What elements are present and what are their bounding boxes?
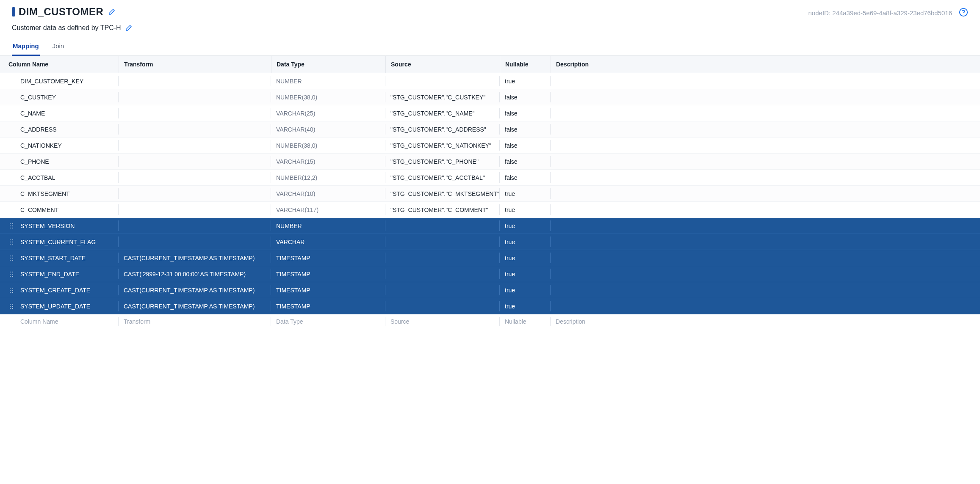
table-row[interactable]: C_ADDRESSVARCHAR(40)"STG_CUSTOMER"."C_AD…: [0, 121, 980, 138]
cell-transform[interactable]: [119, 89, 271, 105]
cell-column-name[interactable]: SYSTEM_CURRENT_FLAG: [20, 239, 96, 245]
new-row-name-placeholder[interactable]: Column Name: [20, 318, 58, 325]
new-row-source-placeholder[interactable]: Source: [390, 318, 409, 325]
cell-source[interactable]: "STG_CUSTOMER"."C_CUSTKEY": [385, 89, 500, 105]
column-header[interactable]: Nullable: [500, 56, 551, 73]
cell-column-name[interactable]: SYSTEM_END_DATE: [20, 271, 79, 278]
cell-datatype[interactable]: NUMBER: [271, 73, 385, 89]
new-row-nullable-placeholder[interactable]: Nullable: [505, 318, 526, 325]
drag-handle-icon[interactable]: [8, 271, 14, 277]
cell-transform[interactable]: [119, 186, 271, 201]
cell-source[interactable]: [385, 250, 500, 266]
cell-description[interactable]: [551, 250, 980, 266]
cell-source[interactable]: [385, 73, 500, 89]
cell-source[interactable]: "STG_CUSTOMER"."C_PHONE": [385, 154, 500, 169]
column-header[interactable]: Description: [551, 56, 980, 73]
cell-description[interactable]: [551, 73, 980, 89]
cell-transform[interactable]: [119, 234, 271, 250]
cell-description[interactable]: [551, 298, 980, 314]
edit-title-button[interactable]: [107, 7, 117, 17]
cell-datatype[interactable]: VARCHAR(10): [271, 186, 385, 201]
table-new-row[interactable]: Column Name Transform Data Type Source N…: [0, 314, 980, 329]
cell-nullable[interactable]: true: [500, 186, 551, 201]
drag-handle-icon[interactable]: [8, 223, 14, 229]
cell-source[interactable]: "STG_CUSTOMER"."C_NATIONKEY": [385, 138, 500, 153]
cell-nullable[interactable]: true: [500, 202, 551, 217]
table-row[interactable]: C_NAMEVARCHAR(25)"STG_CUSTOMER"."C_NAME"…: [0, 105, 980, 121]
cell-nullable[interactable]: true: [500, 282, 551, 298]
cell-transform[interactable]: [119, 170, 271, 185]
drag-handle-icon[interactable]: [8, 303, 14, 309]
cell-transform[interactable]: CAST(CURRENT_TIMESTAMP AS TIMESTAMP): [119, 298, 271, 314]
column-header[interactable]: Data Type: [271, 56, 385, 73]
edit-subtitle-button[interactable]: [124, 23, 134, 33]
drag-handle-icon[interactable]: [8, 239, 14, 245]
help-button[interactable]: [959, 8, 968, 18]
cell-source[interactable]: "STG_CUSTOMER"."C_MKTSEGMENT": [385, 186, 500, 201]
cell-transform[interactable]: [119, 121, 271, 137]
cell-source[interactable]: [385, 266, 500, 282]
cell-column-name[interactable]: C_MKTSEGMENT: [20, 190, 70, 197]
cell-source[interactable]: "STG_CUSTOMER"."C_NAME": [385, 105, 500, 121]
table-row[interactable]: C_ACCTBALNUMBER(12,2)"STG_CUSTOMER"."C_A…: [0, 170, 980, 186]
cell-datatype[interactable]: VARCHAR(40): [271, 121, 385, 137]
cell-transform[interactable]: CAST(CURRENT_TIMESTAMP AS TIMESTAMP): [119, 282, 271, 298]
cell-description[interactable]: [551, 266, 980, 282]
cell-column-name[interactable]: C_NAME: [20, 110, 45, 117]
cell-column-name[interactable]: SYSTEM_VERSION: [20, 223, 75, 229]
cell-source[interactable]: [385, 298, 500, 314]
new-row-description-placeholder[interactable]: Description: [556, 318, 585, 325]
cell-column-name[interactable]: C_PHONE: [20, 158, 49, 165]
cell-source[interactable]: [385, 234, 500, 250]
cell-transform[interactable]: [119, 218, 271, 234]
table-row[interactable]: C_CUSTKEYNUMBER(38,0)"STG_CUSTOMER"."C_C…: [0, 89, 980, 105]
cell-transform[interactable]: [119, 105, 271, 121]
cell-nullable[interactable]: true: [500, 218, 551, 234]
cell-datatype[interactable]: TIMESTAMP: [271, 298, 385, 314]
cell-nullable[interactable]: true: [500, 266, 551, 282]
cell-transform[interactable]: [119, 138, 271, 153]
cell-datatype[interactable]: TIMESTAMP: [271, 266, 385, 282]
cell-nullable[interactable]: true: [500, 250, 551, 266]
cell-datatype[interactable]: VARCHAR(117): [271, 202, 385, 217]
cell-datatype[interactable]: NUMBER(38,0): [271, 89, 385, 105]
drag-handle-icon[interactable]: [8, 287, 14, 293]
table-row[interactable]: C_NATIONKEYNUMBER(38,0)"STG_CUSTOMER"."C…: [0, 138, 980, 154]
cell-transform[interactable]: CAST('2999-12-31 00:00:00' AS TIMESTAMP): [119, 266, 271, 282]
cell-transform[interactable]: [119, 73, 271, 89]
table-row[interactable]: DIM_CUSTOMER_KEYNUMBERtrue: [0, 73, 980, 89]
cell-column-name[interactable]: C_NATIONKEY: [20, 142, 62, 149]
cell-description[interactable]: [551, 234, 980, 250]
cell-datatype[interactable]: VARCHAR(25): [271, 105, 385, 121]
cell-datatype[interactable]: NUMBER(38,0): [271, 138, 385, 153]
cell-description[interactable]: [551, 186, 980, 201]
tab-join[interactable]: Join: [52, 42, 65, 56]
cell-nullable[interactable]: false: [500, 138, 551, 153]
table-row[interactable]: C_MKTSEGMENTVARCHAR(10)"STG_CUSTOMER"."C…: [0, 186, 980, 202]
cell-nullable[interactable]: false: [500, 105, 551, 121]
cell-column-name[interactable]: SYSTEM_START_DATE: [20, 255, 86, 261]
cell-column-name[interactable]: DIM_CUSTOMER_KEY: [20, 78, 83, 85]
cell-description[interactable]: [551, 282, 980, 298]
table-row[interactable]: C_PHONEVARCHAR(15)"STG_CUSTOMER"."C_PHON…: [0, 154, 980, 170]
cell-datatype[interactable]: TIMESTAMP: [271, 282, 385, 298]
cell-column-name[interactable]: SYSTEM_CREATE_DATE: [20, 287, 90, 294]
cell-source[interactable]: "STG_CUSTOMER"."C_ADDRESS": [385, 121, 500, 137]
table-row[interactable]: SYSTEM_CREATE_DATECAST(CURRENT_TIMESTAMP…: [0, 282, 980, 298]
cell-nullable[interactable]: false: [500, 89, 551, 105]
cell-nullable[interactable]: false: [500, 170, 551, 185]
column-header[interactable]: Source: [385, 56, 500, 73]
table-row[interactable]: SYSTEM_VERSIONNUMBERtrue: [0, 218, 980, 234]
cell-datatype[interactable]: VARCHAR(15): [271, 154, 385, 169]
column-header[interactable]: Column Name: [0, 56, 119, 73]
table-row[interactable]: SYSTEM_UPDATE_DATECAST(CURRENT_TIMESTAMP…: [0, 298, 980, 314]
cell-nullable[interactable]: false: [500, 154, 551, 169]
table-row[interactable]: SYSTEM_CURRENT_FLAGVARCHARtrue: [0, 234, 980, 250]
new-row-datatype-placeholder[interactable]: Data Type: [276, 318, 303, 325]
cell-column-name[interactable]: C_ADDRESS: [20, 126, 57, 133]
cell-description[interactable]: [551, 121, 980, 137]
table-row[interactable]: C_COMMENTVARCHAR(117)"STG_CUSTOMER"."C_C…: [0, 202, 980, 218]
cell-column-name[interactable]: SYSTEM_UPDATE_DATE: [20, 303, 90, 310]
cell-description[interactable]: [551, 138, 980, 153]
cell-transform[interactable]: [119, 154, 271, 169]
